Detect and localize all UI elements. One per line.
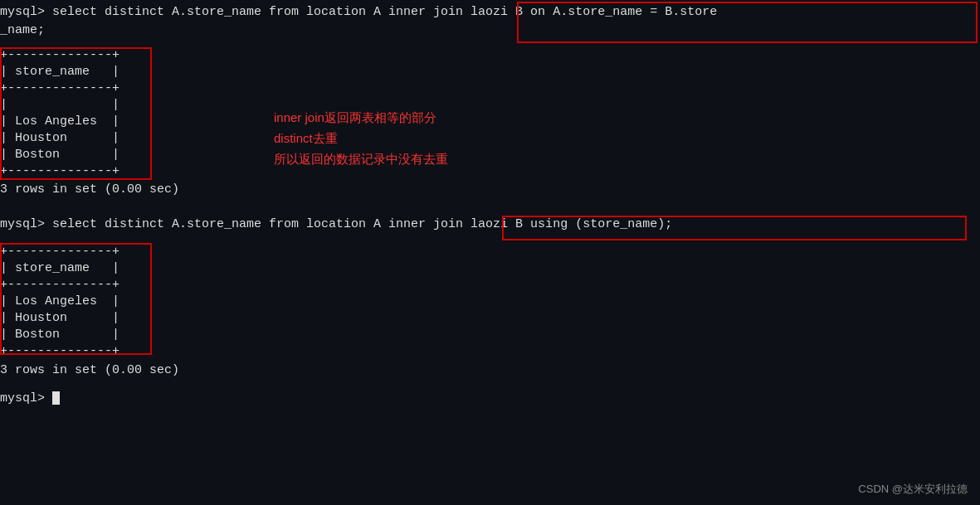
table1-row2: | Houston | <box>0 131 119 145</box>
table1-row3: | Boston | <box>0 148 119 162</box>
table1-row1: | Los Angeles | <box>0 114 119 129</box>
cursor-block <box>52 391 60 405</box>
table2-border-bot: +--------------+ <box>0 344 119 358</box>
table1-header: | store_name | <box>0 65 119 79</box>
result2: 3 rows in set (0.00 sec) <box>0 363 179 377</box>
query1-line2: _name; <box>0 22 45 41</box>
table2-border-top: +--------------+ <box>0 245 119 259</box>
table1-border-mid: +--------------+ <box>0 81 119 95</box>
annotation2: distinct去重 <box>274 129 338 148</box>
result1: 3 rows in set (0.00 sec) <box>0 182 179 197</box>
table2-border-mid: +--------------+ <box>0 278 119 292</box>
annotation3: 所以返回的数据记录中没有去重 <box>274 149 448 169</box>
table2-row1: | Los Angeles | <box>0 294 119 308</box>
table2-header: | store_name | <box>0 261 119 275</box>
query2-line1: mysql> select distinct A.store_name from… <box>0 217 672 231</box>
watermark: CSDN @达米安利拉德 <box>858 482 968 497</box>
table2-row3: | Boston | <box>0 328 119 342</box>
query1-line1: mysql> select distinct A.store_name from… <box>0 3 717 22</box>
final-prompt: mysql> <box>0 391 60 405</box>
table1-border-bot: +--------------+ <box>0 164 119 178</box>
table2-row2: | Houston | <box>0 311 119 325</box>
annotation1: inner join返回两表相等的部分 <box>274 108 436 128</box>
table1-border-top: +--------------+ <box>0 48 119 62</box>
table1-row-empty: | | <box>0 98 119 112</box>
terminal: mysql> select distinct A.store_name from… <box>0 0 980 505</box>
